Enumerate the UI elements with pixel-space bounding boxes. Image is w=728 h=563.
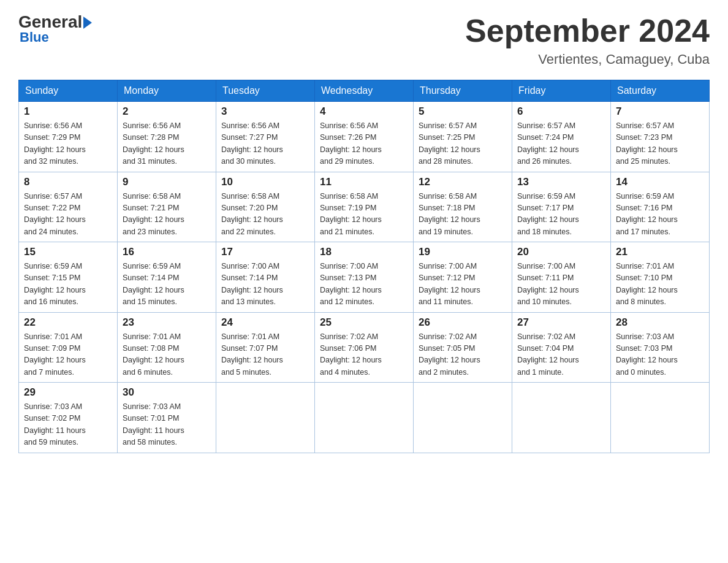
day-cell-9: 9Sunrise: 6:58 AMSunset: 7:21 PMDaylight… xyxy=(118,172,216,242)
weekday-header-sunday: Sunday xyxy=(19,80,118,102)
day-info-4: Sunrise: 6:56 AMSunset: 7:26 PMDaylight:… xyxy=(320,120,408,168)
page-header: General Blue September 2024 Vertientes, … xyxy=(18,12,710,67)
day-info-6: Sunrise: 6:57 AMSunset: 7:24 PMDaylight:… xyxy=(517,120,605,168)
day-number-19: 19 xyxy=(419,246,507,258)
day-info-23: Sunrise: 7:01 AMSunset: 7:08 PMDaylight:… xyxy=(123,331,211,379)
day-number-20: 20 xyxy=(517,246,605,258)
day-info-29: Sunrise: 7:03 AMSunset: 7:02 PMDaylight:… xyxy=(24,401,112,449)
day-cell-6: 6Sunrise: 6:57 AMSunset: 7:24 PMDaylight… xyxy=(512,102,611,172)
day-info-13: Sunrise: 6:59 AMSunset: 7:17 PMDaylight:… xyxy=(517,191,605,239)
day-cell-28: 28Sunrise: 7:03 AMSunset: 7:03 PMDayligh… xyxy=(611,312,710,383)
day-info-28: Sunrise: 7:03 AMSunset: 7:03 PMDaylight:… xyxy=(616,331,704,379)
day-cell-12: 12Sunrise: 6:58 AMSunset: 7:18 PMDayligh… xyxy=(414,172,512,242)
day-number-18: 18 xyxy=(320,246,408,258)
day-cell-5: 5Sunrise: 6:57 AMSunset: 7:25 PMDaylight… xyxy=(414,102,512,172)
day-number-21: 21 xyxy=(616,246,704,258)
day-cell-20: 20Sunrise: 7:00 AMSunset: 7:11 PMDayligh… xyxy=(512,242,611,313)
day-number-25: 25 xyxy=(320,316,408,329)
day-info-3: Sunrise: 6:56 AMSunset: 7:27 PMDaylight:… xyxy=(221,120,309,168)
day-cell-10: 10Sunrise: 6:58 AMSunset: 7:20 PMDayligh… xyxy=(216,172,315,242)
day-cell-18: 18Sunrise: 7:00 AMSunset: 7:13 PMDayligh… xyxy=(315,242,414,313)
weekday-header-tuesday: Tuesday xyxy=(216,80,315,102)
day-info-11: Sunrise: 6:58 AMSunset: 7:19 PMDaylight:… xyxy=(320,191,408,239)
day-cell-8: 8Sunrise: 6:57 AMSunset: 7:22 PMDaylight… xyxy=(19,172,118,242)
day-cell-4: 4Sunrise: 6:56 AMSunset: 7:26 PMDaylight… xyxy=(315,102,414,172)
day-number-15: 15 xyxy=(24,246,112,258)
day-cell-16: 16Sunrise: 6:59 AMSunset: 7:14 PMDayligh… xyxy=(118,242,216,313)
empty-cell xyxy=(512,383,611,453)
day-cell-29: 29Sunrise: 7:03 AMSunset: 7:02 PMDayligh… xyxy=(19,383,118,453)
day-info-15: Sunrise: 6:59 AMSunset: 7:15 PMDaylight:… xyxy=(24,261,112,308)
day-cell-27: 27Sunrise: 7:02 AMSunset: 7:04 PMDayligh… xyxy=(512,312,611,383)
day-number-30: 30 xyxy=(123,386,211,399)
day-info-14: Sunrise: 6:59 AMSunset: 7:16 PMDaylight:… xyxy=(616,191,704,239)
day-cell-17: 17Sunrise: 7:00 AMSunset: 7:14 PMDayligh… xyxy=(216,242,315,313)
day-cell-19: 19Sunrise: 7:00 AMSunset: 7:12 PMDayligh… xyxy=(414,242,512,313)
day-info-30: Sunrise: 7:03 AMSunset: 7:01 PMDaylight:… xyxy=(123,401,211,449)
logo-arrow-icon xyxy=(83,17,92,29)
day-number-26: 26 xyxy=(419,316,507,329)
day-info-20: Sunrise: 7:00 AMSunset: 7:11 PMDaylight:… xyxy=(517,261,605,308)
weekday-header-row: SundayMondayTuesdayWednesdayThursdayFrid… xyxy=(19,80,710,102)
location-subtitle: Vertientes, Camaguey, Cuba xyxy=(465,52,710,67)
day-info-16: Sunrise: 6:59 AMSunset: 7:14 PMDaylight:… xyxy=(123,261,211,308)
empty-cell xyxy=(414,383,512,453)
day-number-3: 3 xyxy=(221,105,309,118)
day-number-8: 8 xyxy=(24,176,112,188)
day-cell-22: 22Sunrise: 7:01 AMSunset: 7:09 PMDayligh… xyxy=(19,312,118,383)
week-row-3: 15Sunrise: 6:59 AMSunset: 7:15 PMDayligh… xyxy=(19,242,710,313)
empty-cell xyxy=(315,383,414,453)
logo-blue-text: Blue xyxy=(20,29,92,45)
week-row-4: 22Sunrise: 7:01 AMSunset: 7:09 PMDayligh… xyxy=(19,312,710,383)
day-number-24: 24 xyxy=(221,316,309,329)
day-cell-21: 21Sunrise: 7:01 AMSunset: 7:10 PMDayligh… xyxy=(611,242,710,313)
week-row-2: 8Sunrise: 6:57 AMSunset: 7:22 PMDaylight… xyxy=(19,172,710,242)
week-row-1: 1Sunrise: 6:56 AMSunset: 7:29 PMDaylight… xyxy=(19,102,710,172)
day-info-5: Sunrise: 6:57 AMSunset: 7:25 PMDaylight:… xyxy=(419,120,507,168)
month-year-title: September 2024 xyxy=(465,12,710,49)
day-info-24: Sunrise: 7:01 AMSunset: 7:07 PMDaylight:… xyxy=(221,331,309,379)
day-info-12: Sunrise: 6:58 AMSunset: 7:18 PMDaylight:… xyxy=(419,191,507,239)
day-number-2: 2 xyxy=(123,105,211,118)
day-number-12: 12 xyxy=(419,176,507,188)
day-info-19: Sunrise: 7:00 AMSunset: 7:12 PMDaylight:… xyxy=(419,261,507,308)
day-info-8: Sunrise: 6:57 AMSunset: 7:22 PMDaylight:… xyxy=(24,191,112,239)
day-info-27: Sunrise: 7:02 AMSunset: 7:04 PMDaylight:… xyxy=(517,331,605,379)
day-info-1: Sunrise: 6:56 AMSunset: 7:29 PMDaylight:… xyxy=(24,120,112,168)
day-number-14: 14 xyxy=(616,176,704,188)
weekday-header-saturday: Saturday xyxy=(611,80,710,102)
day-number-4: 4 xyxy=(320,105,408,118)
day-info-25: Sunrise: 7:02 AMSunset: 7:06 PMDaylight:… xyxy=(320,331,408,379)
day-number-6: 6 xyxy=(517,105,605,118)
week-row-5: 29Sunrise: 7:03 AMSunset: 7:02 PMDayligh… xyxy=(19,383,710,453)
day-cell-25: 25Sunrise: 7:02 AMSunset: 7:06 PMDayligh… xyxy=(315,312,414,383)
day-cell-1: 1Sunrise: 6:56 AMSunset: 7:29 PMDaylight… xyxy=(19,102,118,172)
day-info-17: Sunrise: 7:00 AMSunset: 7:14 PMDaylight:… xyxy=(221,261,309,308)
calendar-title-area: September 2024 Vertientes, Camaguey, Cub… xyxy=(465,12,710,67)
day-number-17: 17 xyxy=(221,246,309,258)
day-number-28: 28 xyxy=(616,316,704,329)
day-number-13: 13 xyxy=(517,176,605,188)
day-number-23: 23 xyxy=(123,316,211,329)
day-number-5: 5 xyxy=(419,105,507,118)
day-cell-3: 3Sunrise: 6:56 AMSunset: 7:27 PMDaylight… xyxy=(216,102,315,172)
day-cell-15: 15Sunrise: 6:59 AMSunset: 7:15 PMDayligh… xyxy=(19,242,118,313)
calendar-table: SundayMondayTuesdayWednesdayThursdayFrid… xyxy=(18,80,710,453)
empty-cell xyxy=(216,383,315,453)
empty-cell xyxy=(611,383,710,453)
day-cell-24: 24Sunrise: 7:01 AMSunset: 7:07 PMDayligh… xyxy=(216,312,315,383)
day-info-26: Sunrise: 7:02 AMSunset: 7:05 PMDaylight:… xyxy=(419,331,507,379)
day-number-7: 7 xyxy=(616,105,704,118)
day-cell-30: 30Sunrise: 7:03 AMSunset: 7:01 PMDayligh… xyxy=(118,383,216,453)
day-cell-11: 11Sunrise: 6:58 AMSunset: 7:19 PMDayligh… xyxy=(315,172,414,242)
day-cell-13: 13Sunrise: 6:59 AMSunset: 7:17 PMDayligh… xyxy=(512,172,611,242)
day-number-10: 10 xyxy=(221,176,309,188)
day-number-22: 22 xyxy=(24,316,112,329)
day-info-22: Sunrise: 7:01 AMSunset: 7:09 PMDaylight:… xyxy=(24,331,112,379)
weekday-header-thursday: Thursday xyxy=(414,80,512,102)
day-number-9: 9 xyxy=(123,176,211,188)
day-info-7: Sunrise: 6:57 AMSunset: 7:23 PMDaylight:… xyxy=(616,120,704,168)
day-info-2: Sunrise: 6:56 AMSunset: 7:28 PMDaylight:… xyxy=(123,120,211,168)
day-cell-23: 23Sunrise: 7:01 AMSunset: 7:08 PMDayligh… xyxy=(118,312,216,383)
day-number-16: 16 xyxy=(123,246,211,258)
